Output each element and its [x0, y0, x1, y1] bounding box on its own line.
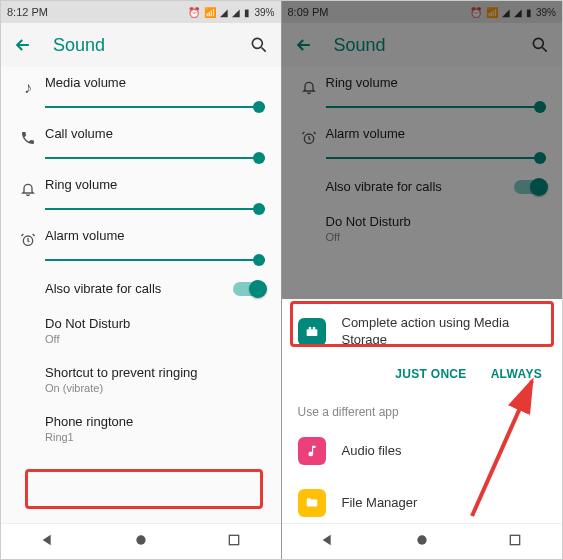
just-once-button[interactable]: JUST ONCE — [395, 367, 466, 381]
alarm-volume-row[interactable]: Alarm volume — [282, 118, 563, 169]
alt-apps-label: Use a different app — [282, 395, 563, 425]
audio-files-icon — [298, 437, 326, 465]
settings-list: ♪ Media volume Call volume — [1, 67, 281, 453]
file-manager-row[interactable]: File Manager — [282, 477, 563, 523]
media-volume-row[interactable]: ♪ Media volume — [1, 67, 281, 118]
status-time: 8:09 PM — [288, 6, 329, 18]
svg-point-2 — [136, 535, 145, 544]
always-button[interactable]: ALWAYS — [491, 367, 542, 381]
svg-rect-11 — [511, 535, 520, 544]
right-phone: 8:09 PM ⏰ 📶 ◢ ◢ ▮ 39% Sound — [282, 1, 563, 559]
nav-bar — [282, 523, 563, 559]
wifi-icon: 📶 — [204, 7, 216, 18]
call-volume-slider[interactable] — [45, 151, 265, 167]
app-bar: Sound — [282, 23, 563, 67]
shortcut-sub: On (vibrate) — [45, 382, 265, 394]
shortcut-row[interactable]: Shortcut to prevent ringing On (vibrate) — [1, 355, 281, 404]
bell-icon — [301, 79, 317, 99]
dnd-label: Do Not Disturb — [326, 214, 547, 229]
vibrate-row[interactable]: Also vibrate for calls — [1, 271, 281, 306]
call-volume-row[interactable]: Call volume — [1, 118, 281, 169]
status-time: 8:12 PM — [7, 6, 48, 18]
highlight-ringtone — [25, 469, 263, 509]
ring-volume-label: Ring volume — [326, 75, 547, 90]
page-title: Sound — [53, 35, 229, 56]
alarm-volume-slider[interactable] — [326, 151, 547, 167]
status-bar: 8:12 PM ⏰ 📶 ◢ ◢ ▮ 39% — [1, 1, 281, 23]
nav-back-icon[interactable] — [40, 532, 56, 552]
page-title: Sound — [334, 35, 511, 56]
alarm-volume-label: Alarm volume — [326, 126, 547, 141]
ring-volume-slider[interactable] — [45, 202, 265, 218]
ring-volume-label: Ring volume — [45, 177, 265, 192]
signal-icon: ◢ — [232, 7, 240, 18]
complete-action-row[interactable]: Complete action using Media Storage — [282, 303, 563, 361]
battery-icon: ▮ — [244, 7, 250, 18]
ringtone-label: Phone ringtone — [45, 414, 265, 429]
svg-rect-6 — [306, 329, 317, 336]
alarm-icon — [20, 232, 36, 252]
shortcut-label: Shortcut to prevent ringing — [45, 365, 265, 380]
nav-recent-icon[interactable] — [507, 532, 523, 552]
file-manager-label: File Manager — [342, 495, 418, 512]
settings-list: Ring volume Alarm volume — [282, 67, 563, 253]
alarm-volume-label: Alarm volume — [45, 228, 265, 243]
search-icon[interactable] — [249, 35, 269, 55]
ring-volume-row[interactable]: Ring volume — [282, 67, 563, 118]
back-icon[interactable] — [13, 35, 33, 55]
nav-bar — [1, 523, 281, 559]
audio-files-label: Audio files — [342, 443, 402, 460]
vibrate-label: Also vibrate for calls — [326, 179, 515, 194]
svg-point-8 — [312, 327, 315, 330]
dnd-sub: Off — [326, 231, 547, 243]
dnd-row[interactable]: Do Not Disturb Off — [282, 204, 563, 253]
search-icon[interactable] — [530, 35, 550, 55]
nav-home-icon[interactable] — [414, 532, 430, 552]
signal-icon: ◢ — [502, 7, 510, 18]
signal-icon: ◢ — [220, 7, 228, 18]
svg-point-4 — [533, 38, 543, 48]
alarm-volume-row[interactable]: Alarm volume — [1, 220, 281, 271]
battery-icon: ▮ — [526, 7, 532, 18]
bell-icon — [20, 181, 36, 201]
nav-back-icon[interactable] — [320, 532, 336, 552]
call-volume-label: Call volume — [45, 126, 265, 141]
media-storage-icon — [298, 318, 326, 346]
vibrate-row[interactable]: Also vibrate for calls — [282, 169, 563, 204]
vibrate-switch[interactable] — [514, 180, 546, 194]
music-note-icon: ♪ — [24, 79, 32, 97]
ring-volume-row[interactable]: Ring volume — [1, 169, 281, 220]
phone-icon — [20, 130, 36, 150]
nav-home-icon[interactable] — [133, 532, 149, 552]
nav-recent-icon[interactable] — [226, 532, 242, 552]
dnd-row[interactable]: Do Not Disturb Off — [1, 306, 281, 355]
status-bar: 8:09 PM ⏰ 📶 ◢ ◢ ▮ 39% — [282, 1, 563, 23]
wifi-icon: 📶 — [486, 7, 498, 18]
left-phone: 8:12 PM ⏰ 📶 ◢ ◢ ▮ 39% Sound ♪ — [1, 1, 282, 559]
media-volume-slider[interactable] — [45, 100, 265, 116]
action-sheet: Complete action using Media Storage JUST… — [282, 303, 563, 523]
alarm-volume-slider[interactable] — [45, 253, 265, 269]
ring-volume-slider[interactable] — [326, 100, 547, 116]
battery-text: 39% — [536, 7, 556, 18]
svg-point-0 — [252, 38, 262, 48]
svg-rect-3 — [229, 535, 238, 544]
svg-point-10 — [417, 535, 426, 544]
alarm-icon — [301, 130, 317, 150]
svg-point-7 — [308, 327, 311, 330]
media-volume-label: Media volume — [45, 75, 265, 90]
back-icon[interactable] — [294, 35, 314, 55]
audio-files-row[interactable]: Audio files — [282, 425, 563, 477]
ringtone-row[interactable]: Phone ringtone Ring1 — [1, 404, 281, 453]
vibrate-switch[interactable] — [233, 282, 265, 296]
ringtone-sub: Ring1 — [45, 431, 265, 443]
battery-text: 39% — [254, 7, 274, 18]
vibrate-label: Also vibrate for calls — [45, 281, 233, 296]
dnd-label: Do Not Disturb — [45, 316, 265, 331]
signal-icon: ◢ — [514, 7, 522, 18]
alarm-icon: ⏰ — [470, 7, 482, 18]
complete-action-text: Complete action using Media Storage — [342, 315, 547, 349]
action-buttons: JUST ONCE ALWAYS — [282, 361, 563, 395]
dnd-sub: Off — [45, 333, 265, 345]
file-manager-icon — [298, 489, 326, 517]
